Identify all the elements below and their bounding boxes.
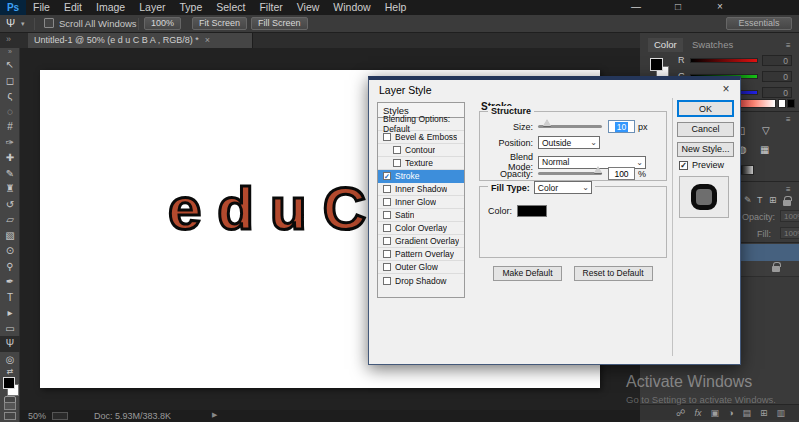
fill-type-select[interactable]: Color⌄	[534, 181, 592, 194]
adjustment-pattern-icon[interactable]: ▦	[760, 144, 769, 155]
delete-layer-icon[interactable]: ▥	[776, 408, 785, 418]
checkbox-icon[interactable]	[383, 263, 391, 271]
lock-type-icon[interactable]: T	[757, 195, 763, 205]
channel-g-value[interactable]: 0	[762, 71, 792, 82]
gradient-chip-icon[interactable]	[740, 165, 754, 175]
checkbox-checked-icon[interactable]: ✓	[383, 172, 391, 180]
rectangle-tool[interactable]: ▭	[0, 321, 20, 337]
stroke-color-swatch[interactable]	[517, 205, 547, 217]
marquee-tool[interactable]: ◻	[0, 73, 20, 89]
color-panel-menu-icon[interactable]: ≡	[786, 41, 791, 50]
type-tool[interactable]: T	[0, 290, 20, 306]
styles-item-texture[interactable]: Texture	[378, 157, 464, 170]
eraser-tool[interactable]: ▱	[0, 212, 20, 228]
path-selection-tool[interactable]: ▸	[0, 305, 20, 321]
tab-close-icon[interactable]: ×	[205, 35, 210, 45]
foreground-color-swatch[interactable]	[3, 377, 15, 389]
styles-item-inner-glow[interactable]: Inner Glow	[378, 196, 464, 209]
status-arrow-icon[interactable]: ▶	[212, 411, 217, 419]
layer-mask-icon[interactable]: ▣	[710, 408, 719, 418]
dialog-close-icon[interactable]: ×	[718, 82, 734, 97]
styles-item-pattern-overlay[interactable]: Pattern Overlay	[378, 248, 464, 261]
eyedropper-tool[interactable]: ✑	[0, 135, 20, 151]
minimize-icon[interactable]: —	[622, 0, 650, 14]
styles-item-inner-shadow[interactable]: Inner Shadow	[378, 183, 464, 196]
lock-move-icon[interactable]: ⊞	[769, 195, 777, 205]
checkbox-icon[interactable]	[393, 159, 401, 167]
make-default-button[interactable]: Make Default	[493, 266, 561, 281]
size-slider[interactable]	[538, 125, 602, 128]
checkbox-icon[interactable]	[393, 146, 401, 154]
checkbox-icon[interactable]	[383, 211, 391, 219]
ok-button[interactable]: OK	[677, 100, 734, 117]
document-size-info[interactable]: Doc: 5.93M/383.8K	[94, 411, 171, 421]
lasso-tool[interactable]: ς	[0, 88, 20, 104]
styles-item-bevel-emboss[interactable]: Bevel & Emboss	[378, 131, 464, 144]
fill-screen-button[interactable]: Fill Screen	[251, 17, 308, 30]
close-icon[interactable]: ×	[706, 0, 734, 14]
restore-icon[interactable]: □	[664, 0, 692, 14]
size-slider-thumb[interactable]	[543, 119, 551, 126]
zoom-tool[interactable]: ◎	[0, 352, 20, 368]
pen-tool[interactable]: ✒	[0, 274, 20, 290]
document-tab[interactable]: Untitled-1 @ 50% (e d u C B A , RGB/8) *…	[28, 33, 253, 48]
lock-brush-icon[interactable]: ✎	[744, 195, 752, 205]
styles-item-stroke[interactable]: ✓Stroke	[378, 170, 464, 183]
checkbox-icon[interactable]	[383, 198, 391, 206]
scroll-all-windows-checkbox[interactable]	[44, 18, 54, 28]
screen-mode-icon[interactable]	[4, 402, 16, 410]
menu-view[interactable]: View	[290, 0, 327, 15]
opacity-slider[interactable]	[538, 172, 602, 175]
foreground-color-chip[interactable]	[650, 58, 663, 71]
adjustments-panel-menu-icon[interactable]: ≡	[786, 115, 791, 124]
menu-edit[interactable]: Edit	[57, 0, 89, 15]
history-brush-tool[interactable]: ↺	[0, 197, 20, 213]
layer-style-fx-icon[interactable]: fx	[694, 408, 701, 418]
gradient-tool[interactable]: ▧	[0, 228, 20, 244]
blur-tool[interactable]: ⊙	[0, 243, 20, 259]
hand-tool[interactable]: Ψ	[0, 336, 20, 352]
styles-item-gradient-overlay[interactable]: Gradient Overlay	[378, 235, 464, 248]
menu-window[interactable]: Window	[326, 0, 377, 15]
screen-mode-alt-icon[interactable]	[4, 412, 16, 420]
channel-r-value[interactable]: 0	[762, 55, 792, 66]
link-layers-icon[interactable]: ☍	[676, 408, 685, 418]
reset-to-default-button[interactable]: Reset to Default	[574, 266, 653, 281]
checkbox-icon[interactable]	[383, 185, 391, 193]
quick-selection-tool[interactable]: ◌	[0, 104, 20, 120]
spectrum-black-chip[interactable]	[787, 99, 795, 108]
styles-item-satin[interactable]: Satin	[378, 209, 464, 222]
toolbar-collapse-icon[interactable]: »	[0, 48, 20, 57]
styles-item-drop-shadow[interactable]: Drop Shadow	[378, 274, 464, 287]
zoom-level[interactable]: 50%	[28, 411, 46, 421]
adjustment-triangle-icon[interactable]: ▽	[762, 125, 770, 136]
tool-preset-caret-icon[interactable]: ▾	[21, 20, 25, 28]
adjustment-layer-icon[interactable]: ◑	[728, 408, 733, 418]
styles-item-outer-glow[interactable]: Outer Glow	[378, 261, 464, 274]
crop-tool[interactable]: #	[0, 119, 20, 135]
cancel-button[interactable]: Cancel	[677, 122, 734, 137]
styles-item-contour[interactable]: Contour	[378, 144, 464, 157]
new-layer-icon[interactable]: ⊞	[760, 408, 768, 418]
preview-checkbox[interactable]: ✓	[679, 161, 688, 170]
menu-layer[interactable]: Layer	[132, 0, 172, 15]
workspace-switcher[interactable]: Essentials	[726, 17, 792, 30]
fit-screen-button[interactable]: Fit Screen	[192, 17, 247, 30]
brush-tool[interactable]: ✎	[0, 166, 20, 182]
tab-swatches[interactable]: Swatches	[692, 38, 733, 52]
size-input[interactable]: 10	[608, 120, 635, 133]
checkbox-icon[interactable]	[383, 224, 391, 232]
spectrum-white-chip[interactable]	[778, 99, 786, 108]
zoom-100-button[interactable]: 100%	[144, 17, 181, 30]
menu-type[interactable]: Type	[172, 0, 209, 15]
canvas-text-layer[interactable]: eduC	[168, 174, 382, 243]
checkbox-icon[interactable]	[383, 133, 391, 141]
tab-overflow-icon[interactable]: »	[6, 34, 11, 44]
menu-help[interactable]: Help	[378, 0, 414, 15]
styles-item-blending-options[interactable]: Blending Options: Default	[378, 118, 464, 131]
channel-r-slider[interactable]	[690, 58, 758, 63]
lock-all-icon[interactable]	[783, 200, 791, 206]
opacity-slider-thumb[interactable]	[594, 166, 602, 173]
healing-brush-tool[interactable]: ✚	[0, 150, 20, 166]
menu-file[interactable]: File	[26, 0, 57, 15]
